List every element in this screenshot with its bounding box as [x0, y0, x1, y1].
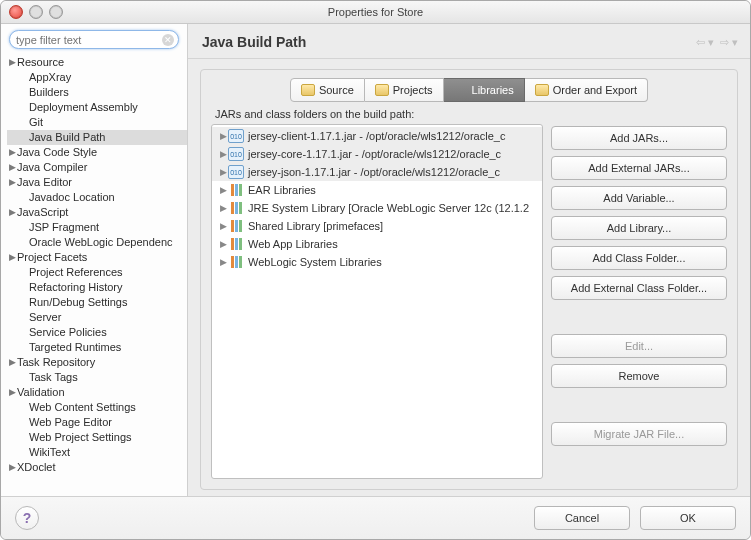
sidebar-item-label: Oracle WebLogic Dependenc	[29, 235, 173, 250]
sidebar-item[interactable]: ▶Service Policies	[7, 325, 187, 340]
sidebar-item[interactable]: ▶JSP Fragment	[7, 220, 187, 235]
filter-field[interactable]: ✕	[9, 30, 179, 49]
filter-input[interactable]	[14, 34, 162, 46]
sidebar-item[interactable]: ▶Refactoring History	[7, 280, 187, 295]
classpath-entry[interactable]: ▶JRE System Library [Oracle WebLogic Ser…	[212, 199, 542, 217]
add-external-jars-button[interactable]: Add External JARs...	[551, 156, 727, 180]
classpath-entry[interactable]: ▶WebLogic System Libraries	[212, 253, 542, 271]
sidebar-item[interactable]: ▶Oracle WebLogic Dependenc	[7, 235, 187, 250]
nav-forward-icon[interactable]: ⇨ ▾	[720, 36, 738, 49]
sidebar-item-label: Java Compiler	[17, 160, 87, 175]
sidebar-item-label: Task Tags	[29, 370, 78, 385]
jar-icon: 010	[228, 129, 244, 143]
disclosure-arrow-icon[interactable]: ▶	[218, 221, 228, 231]
sidebar-item[interactable]: ▶Builders	[7, 85, 187, 100]
classpath-entry-label: Web App Libraries	[248, 238, 338, 250]
sidebar-item-label: WikiText	[29, 445, 70, 460]
dialog-footer: ? Cancel OK	[1, 497, 750, 539]
sidebar-item[interactable]: ▶Web Project Settings	[7, 430, 187, 445]
sidebar-item[interactable]: ▶Web Page Editor	[7, 415, 187, 430]
disclosure-arrow-icon[interactable]: ▶	[218, 185, 228, 195]
ok-button[interactable]: OK	[640, 506, 736, 530]
tab-order-and-export[interactable]: Order and Export	[525, 78, 648, 102]
jar-icon: 010	[228, 165, 244, 179]
disclosure-arrow-icon[interactable]: ▶	[7, 355, 17, 370]
migrate-jar-button: Migrate JAR File...	[551, 422, 727, 446]
sidebar-item-label: Targeted Runtimes	[29, 340, 121, 355]
disclosure-arrow-icon[interactable]: ▶	[218, 257, 228, 267]
sidebar-item[interactable]: ▶Project References	[7, 265, 187, 280]
add-variable-button[interactable]: Add Variable...	[551, 186, 727, 210]
add-jars-button[interactable]: Add JARs...	[551, 126, 727, 150]
disclosure-arrow-icon[interactable]: ▶	[7, 385, 17, 400]
buildpath-button-column: Add JARs...Add External JARs...Add Varia…	[551, 124, 727, 479]
sidebar-item[interactable]: ▶Resource	[7, 55, 187, 70]
clear-filter-icon[interactable]: ✕	[162, 34, 174, 46]
buildpath-tabs: SourceProjectsLibrariesOrder and Export	[211, 78, 727, 102]
classpath-entry[interactable]: ▶010jersey-client-1.17.1.jar - /opt/orac…	[212, 127, 542, 145]
window-title: Properties for Store	[1, 1, 750, 23]
tab-label: Projects	[393, 84, 433, 96]
sidebar-item[interactable]: ▶Javadoc Location	[7, 190, 187, 205]
tab-source[interactable]: Source	[290, 78, 365, 102]
disclosure-arrow-icon[interactable]: ▶	[7, 250, 17, 265]
sidebar-item[interactable]: ▶AppXray	[7, 70, 187, 85]
folder-icon	[535, 84, 549, 96]
sidebar-item[interactable]: ▶Server	[7, 310, 187, 325]
sidebar-item-label: Validation	[17, 385, 65, 400]
sidebar-item[interactable]: ▶Java Build Path	[7, 130, 187, 145]
sidebar-item[interactable]: ▶Java Editor	[7, 175, 187, 190]
classpath-list[interactable]: ▶010jersey-client-1.17.1.jar - /opt/orac…	[211, 124, 543, 479]
classpath-entry[interactable]: ▶010jersey-core-1.17.1.jar - /opt/oracle…	[212, 145, 542, 163]
sidebar-item[interactable]: ▶Task Tags	[7, 370, 187, 385]
library-icon	[228, 219, 244, 233]
sidebar-item[interactable]: ▶Web Content Settings	[7, 400, 187, 415]
sidebar-item[interactable]: ▶Run/Debug Settings	[7, 295, 187, 310]
sidebar-item[interactable]: ▶Validation	[7, 385, 187, 400]
classpath-entry[interactable]: ▶Shared Library [primefaces]	[212, 217, 542, 235]
minimize-window-button[interactable]	[29, 5, 43, 19]
help-icon[interactable]: ?	[15, 506, 39, 530]
sidebar-item-label: Server	[29, 310, 61, 325]
disclosure-arrow-icon[interactable]: ▶	[7, 205, 17, 220]
tab-libraries[interactable]: Libraries	[444, 78, 525, 102]
sidebar-item[interactable]: ▶Java Code Style	[7, 145, 187, 160]
sidebar-item-label: Run/Debug Settings	[29, 295, 127, 310]
nav-back-icon[interactable]: ⇦ ▾	[696, 36, 714, 49]
disclosure-arrow-icon[interactable]: ▶	[218, 203, 228, 213]
folder-icon	[375, 84, 389, 96]
remove-button[interactable]: Remove	[551, 364, 727, 388]
main-panel: Java Build Path ⇦ ▾ ⇨ ▾ SourceProjectsLi…	[188, 24, 750, 496]
sidebar-item[interactable]: ▶Targeted Runtimes	[7, 340, 187, 355]
sidebar-item[interactable]: ▶Deployment Assembly	[7, 100, 187, 115]
sidebar-item[interactable]: ▶JavaScript	[7, 205, 187, 220]
cancel-button[interactable]: Cancel	[534, 506, 630, 530]
tab-label: Source	[319, 84, 354, 96]
add-library-button[interactable]: Add Library...	[551, 216, 727, 240]
sidebar-item[interactable]: ▶Git	[7, 115, 187, 130]
sidebar-item[interactable]: ▶Java Compiler	[7, 160, 187, 175]
classpath-entry[interactable]: ▶Web App Libraries	[212, 235, 542, 253]
add-external-class-folder-button[interactable]: Add External Class Folder...	[551, 276, 727, 300]
sidebar-item[interactable]: ▶Task Repository	[7, 355, 187, 370]
disclosure-arrow-icon[interactable]: ▶	[7, 55, 17, 70]
disclosure-arrow-icon[interactable]: ▶	[7, 175, 17, 190]
disclosure-arrow-icon[interactable]: ▶	[218, 131, 228, 141]
close-window-button[interactable]	[9, 5, 23, 19]
add-class-folder-button[interactable]: Add Class Folder...	[551, 246, 727, 270]
sidebar-item-label: JavaScript	[17, 205, 68, 220]
disclosure-arrow-icon[interactable]: ▶	[218, 149, 228, 159]
disclosure-arrow-icon[interactable]: ▶	[218, 239, 228, 249]
sidebar-item-label: Deployment Assembly	[29, 100, 138, 115]
sidebar-item[interactable]: ▶WikiText	[7, 445, 187, 460]
disclosure-arrow-icon[interactable]: ▶	[218, 167, 228, 177]
disclosure-arrow-icon[interactable]: ▶	[7, 160, 17, 175]
sidebar-item[interactable]: ▶XDoclet	[7, 460, 187, 475]
classpath-entry[interactable]: ▶EAR Libraries	[212, 181, 542, 199]
disclosure-arrow-icon[interactable]: ▶	[7, 460, 17, 475]
classpath-entry[interactable]: ▶010jersey-json-1.17.1.jar - /opt/oracle…	[212, 163, 542, 181]
disclosure-arrow-icon[interactable]: ▶	[7, 145, 17, 160]
tab-projects[interactable]: Projects	[365, 78, 444, 102]
sidebar-item[interactable]: ▶Project Facets	[7, 250, 187, 265]
zoom-window-button[interactable]	[49, 5, 63, 19]
